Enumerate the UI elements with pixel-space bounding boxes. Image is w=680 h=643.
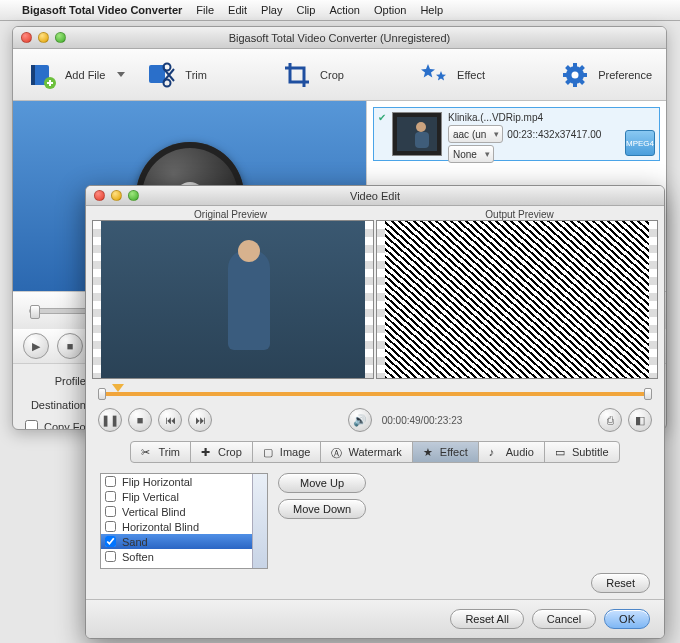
- pause-button[interactable]: ❚❚: [98, 408, 122, 432]
- volume-button[interactable]: 🔊: [348, 408, 372, 432]
- reset-button[interactable]: Reset: [591, 573, 650, 593]
- tab-image[interactable]: ▢Image: [252, 441, 322, 463]
- edit-titlebar[interactable]: Video Edit: [86, 186, 664, 206]
- original-preview-label: Original Preview: [86, 209, 375, 220]
- stop-button[interactable]: ■: [57, 333, 83, 359]
- note-icon: ♪: [489, 446, 501, 458]
- crop-button[interactable]: Crop: [282, 60, 344, 90]
- play-button[interactable]: ▶: [23, 333, 49, 359]
- effect-checkbox[interactable]: [105, 476, 116, 487]
- queue-filename: Klinika.(...VDRip.mp4: [448, 112, 655, 123]
- tab-trim[interactable]: ✂Trim: [130, 441, 191, 463]
- preference-button[interactable]: Preference: [560, 60, 652, 90]
- svg-rect-10: [415, 132, 429, 148]
- add-file-label: Add File: [65, 69, 105, 81]
- svg-point-9: [416, 122, 426, 132]
- effect-checkbox[interactable]: [105, 506, 116, 517]
- playhead-icon[interactable]: [112, 384, 124, 392]
- audio-codec-select[interactable]: aac (un: [448, 125, 503, 143]
- menubar-app-name[interactable]: Bigasoft Total Video Converter: [22, 4, 182, 16]
- svg-rect-1: [31, 65, 35, 85]
- compare-button[interactable]: ◧: [628, 408, 652, 432]
- subtitle-select[interactable]: None: [448, 145, 494, 163]
- trim-label: Trim: [185, 69, 207, 81]
- effect-label: Vertical Blind: [122, 506, 186, 518]
- edit-window-title: Video Edit: [86, 190, 664, 202]
- tab-audio[interactable]: ♪Audio: [478, 441, 545, 463]
- crop-icon: ✚: [201, 446, 213, 458]
- queue-duration: 00:23::432x37417.00: [507, 129, 601, 140]
- subtitle-icon: ▭: [555, 446, 567, 458]
- effect-row[interactable]: Soften: [101, 549, 267, 564]
- edit-footer: Reset All Cancel OK: [86, 599, 664, 638]
- tab-crop[interactable]: ✚Crop: [190, 441, 253, 463]
- destination-label: Destination:: [25, 399, 89, 411]
- effect-row[interactable]: Flip Vertical: [101, 489, 267, 504]
- edit-seek-slider[interactable]: [98, 385, 652, 402]
- main-titlebar[interactable]: Bigasoft Total Video Converter (Unregist…: [13, 27, 666, 49]
- effect-checkbox[interactable]: [105, 551, 116, 562]
- effect-label: Horizontal Blind: [122, 521, 199, 533]
- container-badge: MPEG4: [625, 130, 655, 156]
- tab-subtitle[interactable]: ▭Subtitle: [544, 441, 620, 463]
- stars-icon: [419, 60, 449, 90]
- ok-button[interactable]: OK: [604, 609, 650, 629]
- move-down-button[interactable]: Move Down: [278, 499, 366, 519]
- effect-label: Effect: [457, 69, 485, 81]
- effect-label: Soften: [122, 551, 154, 563]
- image-icon: ▢: [263, 446, 275, 458]
- add-file-button[interactable]: Add File: [27, 60, 125, 90]
- mac-menubar: Bigasoft Total Video Converter File Edit…: [0, 0, 680, 21]
- trim-in-handle[interactable]: [98, 388, 106, 400]
- menu-option[interactable]: Option: [374, 4, 406, 16]
- star-icon: ★: [423, 446, 435, 458]
- tab-effect[interactable]: ★Effect: [412, 441, 479, 463]
- original-preview: [92, 220, 374, 378]
- check-icon[interactable]: ✔: [378, 112, 386, 123]
- copy-folder-checkbox[interactable]: [25, 420, 38, 430]
- effect-row[interactable]: Vertical Blind: [101, 504, 267, 519]
- queue-item[interactable]: ✔ Klinika.(...VDRip.mp4 aac (un 00:23::4…: [373, 107, 660, 161]
- menu-action[interactable]: Action: [329, 4, 360, 16]
- watermark-icon: Ⓐ: [331, 446, 343, 458]
- scissors-icon: [147, 60, 177, 90]
- output-preview: [376, 220, 658, 378]
- time-display: 00:00:49/00:23:23: [382, 415, 463, 426]
- effects-listbox[interactable]: Flip HorizontalFlip VerticalVertical Bli…: [100, 473, 268, 569]
- chevron-down-icon[interactable]: [117, 72, 125, 77]
- trim-button[interactable]: Trim: [147, 60, 207, 90]
- tab-watermark[interactable]: ⒶWatermark: [320, 441, 412, 463]
- main-window-title: Bigasoft Total Video Converter (Unregist…: [13, 32, 666, 44]
- move-up-button[interactable]: Move Up: [278, 473, 366, 493]
- effect-row[interactable]: Horizontal Blind: [101, 519, 267, 534]
- crop-label: Crop: [320, 69, 344, 81]
- preference-label: Preference: [598, 69, 652, 81]
- edit-tabs: ✂Trim ✚Crop ▢Image ⒶWatermark ★Effect ♪A…: [130, 441, 619, 463]
- effect-row[interactable]: Sand: [101, 534, 267, 549]
- cancel-button[interactable]: Cancel: [532, 609, 596, 629]
- edit-transport: ❚❚ ■ ⏮ ⏭ 🔊 00:00:49/00:23:23 ⎙ ◧: [86, 403, 664, 437]
- effect-checkbox[interactable]: [105, 536, 116, 547]
- effect-label: Flip Vertical: [122, 491, 179, 503]
- menu-edit[interactable]: Edit: [228, 4, 247, 16]
- main-toolbar: Add File Trim Crop Effect Preference: [13, 49, 666, 101]
- next-frame-button[interactable]: ⏭: [188, 408, 212, 432]
- add-file-icon: [27, 60, 57, 90]
- prev-frame-button[interactable]: ⏮: [158, 408, 182, 432]
- stop-button[interactable]: ■: [128, 408, 152, 432]
- effect-checkbox[interactable]: [105, 491, 116, 502]
- menu-play[interactable]: Play: [261, 4, 282, 16]
- profile-label: Profile:: [25, 375, 89, 387]
- menu-file[interactable]: File: [196, 4, 214, 16]
- effect-checkbox[interactable]: [105, 521, 116, 532]
- menu-clip[interactable]: Clip: [296, 4, 315, 16]
- effect-button[interactable]: Effect: [419, 60, 485, 90]
- menu-help[interactable]: Help: [420, 4, 443, 16]
- svg-point-7: [572, 71, 579, 78]
- trim-out-handle[interactable]: [644, 388, 652, 400]
- effect-row[interactable]: Flip Horizontal: [101, 474, 267, 489]
- reset-all-button[interactable]: Reset All: [450, 609, 523, 629]
- edit-window: Video Edit Original Preview Output Previ…: [85, 185, 665, 639]
- crop-icon: [282, 60, 312, 90]
- snapshot-button[interactable]: ⎙: [598, 408, 622, 432]
